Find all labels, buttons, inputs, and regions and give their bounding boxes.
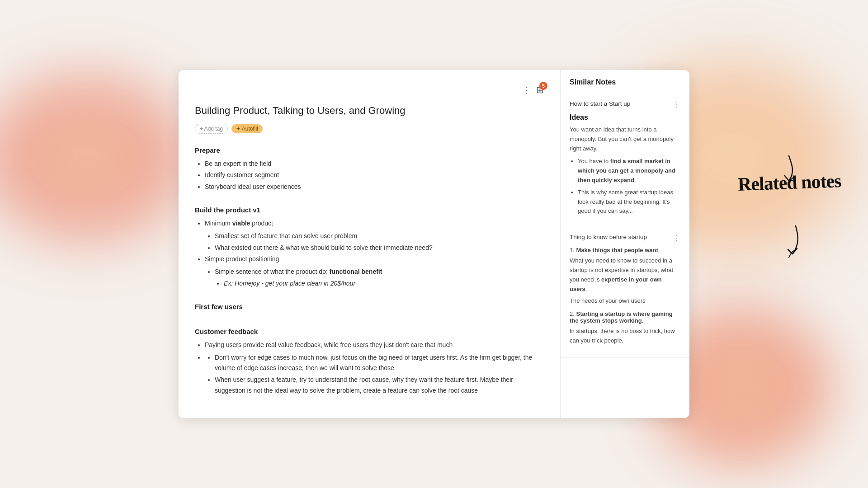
prepare-list: Be an expert in the field Identify custo… (195, 159, 544, 192)
prepare-heading: Prepare (195, 146, 544, 154)
notification-badge: 5 (539, 82, 547, 90)
add-tag-button[interactable]: + Add tag (195, 124, 228, 134)
item-title-2: Starting a startup is where gaming the s… (570, 310, 673, 324)
needs-text: The needs of your own users (570, 296, 680, 306)
list-item: Don't worry for edge cases to much now, … (215, 352, 544, 374)
card-bullet-item: This is why some great startup ideas loo… (578, 188, 680, 216)
card-text-1: What you need to know to succeed in a st… (570, 256, 680, 294)
card-title-1: How to start a Start up (570, 100, 670, 107)
tag-row: + Add tag ✦ Autofill (195, 124, 544, 134)
card-title-2: Thing to know before startup (570, 234, 670, 240)
numbered-item-1: 1. Make things that people want What you… (570, 247, 680, 306)
list-item: Don't worry for edge cases to much now, … (205, 352, 544, 396)
list-item: Identify customer segment (205, 170, 544, 181)
expertise-bold: expertise in your own users (570, 276, 662, 292)
feedback-list: Paying users provide real value feedback… (195, 340, 544, 396)
list-item: Smallest set of feature that can solve u… (215, 231, 544, 242)
similar-notes-header: Similar Notes (561, 70, 689, 93)
feedback-heading: Customer feedback (195, 328, 544, 335)
numbered-label-2: 2. Starting a startup is where gaming th… (570, 310, 680, 324)
build-heading: Build the product v1 (195, 206, 544, 214)
list-item: When user suggest a feature, try to unde… (215, 375, 544, 396)
list-item: Minimum viable product Smallest set of f… (205, 218, 544, 253)
similar-card-2[interactable]: Thing to know before startup ⋮ 1. Make t… (561, 226, 689, 358)
similar-notes-panel: Similar Notes How to start a Start up ⋮ … (561, 70, 689, 418)
first-users-heading: First few users (195, 303, 544, 310)
card-header-2: Thing to know before startup ⋮ (570, 234, 680, 242)
badge-container[interactable]: ⊞ 5 (536, 84, 544, 95)
build-list: Minimum viable product Smallest set of f… (195, 218, 544, 289)
numbered-label-1: 1. Make things that people want (570, 247, 680, 253)
list-item: Ex: Homejoy - get your place clean in 20… (224, 278, 544, 289)
card-bullets-1: You have to find a small market in which… (570, 157, 680, 216)
card-text-2: In startups, there is no boss to trick, … (570, 327, 680, 346)
item-title-1: Make things that people want (576, 247, 658, 253)
background-blob-1 (0, 68, 199, 249)
list-item: Simple product positioning Simple senten… (205, 254, 544, 289)
similar-card-1[interactable]: How to start a Start up ⋮ Ideas You want… (561, 93, 689, 226)
note-title: Building Product, Talking to Users, and … (195, 104, 544, 117)
card-section-title-1: Ideas (570, 113, 680, 122)
toolbar: ⋮ ⊞ 5 (195, 84, 544, 95)
card-header-1: How to start a Start up ⋮ (570, 100, 680, 109)
related-notes-label: Related notes (737, 170, 841, 195)
functional-benefit-bold: functional benefit (330, 268, 382, 275)
sub-list: Simple sentence of what the product do: … (205, 267, 544, 289)
viable-bold: viable (232, 220, 250, 227)
note-editor-panel: ⋮ ⊞ 5 Building Product, Talking to Users… (179, 70, 561, 418)
menu-dots-icon[interactable]: ⋮ (523, 85, 531, 95)
example-text: Ex: Homejoy - get your place clean in 20… (224, 280, 355, 287)
list-item: Paying users provide real value feedback… (205, 340, 544, 351)
list-item: Storyboard ideal user experiences (205, 182, 544, 192)
card-bullet-item: You have to find a small market in which… (578, 157, 680, 185)
arrow-decor-2 (771, 221, 802, 262)
card-menu-icon-1[interactable]: ⋮ (673, 100, 680, 109)
list-item: What existed out there & what we should … (215, 243, 544, 253)
autofill-button[interactable]: ✦ Autofill (231, 124, 263, 133)
arrow-decor-1 (762, 149, 798, 194)
numbered-item-2: 2. Starting a startup is where gaming th… (570, 310, 680, 346)
sub-list: Don't worry for edge cases to much now, … (205, 352, 544, 396)
card-body-1: You want an idea that turns into a monop… (570, 125, 680, 153)
item-number-2: 2. (570, 310, 576, 317)
sub-sub-list: Ex: Homejoy - get your place clean in 20… (215, 278, 544, 289)
sub-list: Smallest set of feature that can solve u… (205, 231, 544, 253)
card-menu-icon-2[interactable]: ⋮ (673, 234, 680, 242)
item-number-1: 1. (570, 247, 576, 253)
list-item: Simple sentence of what the product do: … (215, 267, 544, 289)
list-item: Be an expert in the field (205, 159, 544, 169)
main-container: ⋮ ⊞ 5 Building Product, Talking to Users… (179, 70, 689, 418)
monopoly-bold: find a small market in which you can get… (578, 158, 675, 183)
